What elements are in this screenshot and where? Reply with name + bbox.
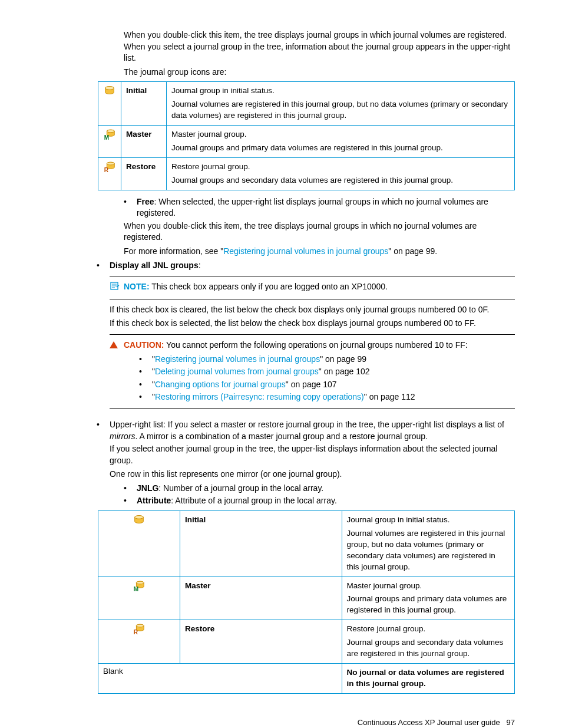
row-desc: Journal groups and primary data volumes … (347, 594, 510, 616)
separator (110, 334, 515, 335)
row-label: Master (121, 126, 167, 158)
checkbox-p2: If this check box is selected, the list … (110, 318, 515, 330)
restore-icon: R (98, 620, 180, 664)
jnlg-bullet: JNLG: Number of a journal group in the l… (124, 483, 515, 495)
link-restoring[interactable]: Restoring mirrors (Pairresync: resuming … (155, 392, 364, 401)
svg-point-1 (105, 87, 114, 90)
note-text: This check box appears only if you are l… (150, 282, 388, 291)
upperright-p2: If you select another journal group in t… (110, 443, 515, 466)
row-desc: Journal groups and secondary data volume… (347, 637, 510, 660)
row-desc: Restore journal group. (171, 162, 510, 173)
free-bullet: Free: When selected, the upper-right lis… (124, 196, 515, 219)
row-desc: Master journal group. (171, 129, 510, 140)
initial-icon (98, 511, 180, 577)
row-label: Restore (121, 157, 167, 190)
note-block: NOTE: This check box appears only if you… (110, 281, 515, 294)
caution-text: You cannot perform the following operati… (164, 340, 467, 350)
free-p2: When you double-click this item, the tre… (124, 220, 515, 243)
svg-point-10 (135, 516, 144, 519)
svg-text:R: R (134, 629, 138, 635)
row-desc: No journal or data volumes are registere… (342, 663, 514, 693)
row-label: Master (180, 577, 342, 620)
row-desc: Journal volumes are registered in this j… (171, 99, 510, 121)
row-label: Initial (121, 82, 167, 126)
note-icon (110, 281, 124, 294)
page-footer: Continuous Access XP Journal user guide … (47, 717, 515, 728)
separator (110, 299, 515, 299)
table-row: R Restore Restore journal group.Journal … (98, 157, 515, 190)
intro-p2: The journal group icons are: (124, 67, 515, 78)
link-registering[interactable]: Registering journal volumes in journal g… (155, 354, 320, 364)
row-desc: Journal groups and secondary data volume… (171, 175, 510, 186)
caution-item: "Deleting journal volumes from journal g… (139, 366, 515, 378)
master-icon: M (98, 577, 180, 620)
link-registering[interactable]: Registering journal volumes in journal g… (223, 246, 388, 256)
upperright-bullet: Upper-right list: If you select a master… (97, 419, 515, 442)
svg-point-15 (136, 624, 144, 627)
link-changing[interactable]: Changing options for journal groups (155, 380, 286, 389)
upperright-p3: One row in this list represents one mirr… (110, 469, 515, 480)
table-row: Initial Journal group in initial status.… (98, 82, 515, 126)
svg-text:R: R (104, 167, 109, 173)
note-label: NOTE: (124, 282, 150, 291)
row-label: Restore (180, 620, 342, 664)
caution-item: "Restoring mirrors (Pairresync: resuming… (139, 391, 515, 403)
table-row: Blank No journal or data volumes are reg… (98, 663, 515, 693)
master-icon: M (98, 126, 121, 158)
table-row: M Master Master journal group.Journal gr… (98, 577, 515, 620)
display-bullet: Display all JNL groups: (97, 260, 515, 272)
row-label: Blank (98, 663, 342, 693)
table-row: R Restore Restore journal group.Journal … (98, 620, 515, 664)
initial-icon (98, 82, 121, 126)
caution-item: "Changing options for journal groups" on… (139, 379, 515, 391)
row-desc: Journal volumes are registered in this j… (347, 528, 510, 573)
caution-item: "Registering journal volumes in journal … (139, 354, 515, 365)
link-deleting[interactable]: Deleting journal volumes from journal gr… (155, 367, 319, 376)
row-label: Initial (180, 511, 342, 577)
page-number: 97 (507, 718, 515, 727)
table-row: M Master Master journal group.Journal gr… (98, 126, 515, 158)
svg-text:M: M (134, 586, 138, 592)
separator (110, 276, 515, 276)
table-row: Initial Journal group in initial status.… (98, 511, 515, 577)
icons-table-2: Initial Journal group in initial status.… (98, 510, 515, 694)
footer-title: Continuous Access XP Journal user guide (358, 718, 500, 727)
row-desc: Journal groups and primary data volumes … (171, 143, 510, 154)
caution-icon (110, 340, 124, 351)
caution-label: CAUTION: (124, 340, 164, 350)
row-desc: Journal group in initial status. (347, 515, 510, 526)
icons-table-1: Initial Journal group in initial status.… (98, 81, 515, 190)
row-desc: Journal group in initial status. (171, 85, 510, 97)
intro-p1: When you double-click this item, the tre… (124, 29, 515, 64)
row-desc: Master journal group. (347, 581, 510, 592)
caution-block: CAUTION: You cannot perform the followin… (110, 340, 515, 351)
separator (110, 408, 515, 409)
svg-point-12 (136, 581, 144, 584)
svg-point-6 (107, 162, 114, 165)
checkbox-p1: If this check box is cleared, the list b… (110, 304, 515, 316)
row-desc: Restore journal group. (347, 624, 510, 635)
restore-icon: R (98, 157, 121, 190)
svg-point-3 (107, 130, 114, 133)
svg-text:M: M (104, 134, 109, 141)
attribute-bullet: Attribute: Attribute of a journal group … (124, 495, 515, 507)
free-p3: For more information, see "Registering j… (124, 246, 515, 258)
